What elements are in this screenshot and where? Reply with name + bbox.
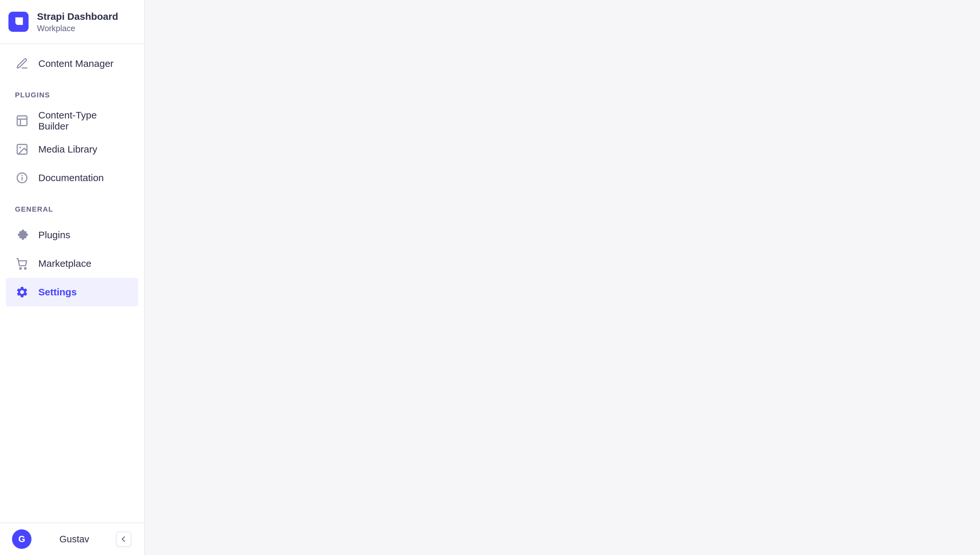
layout-icon (16, 114, 29, 127)
nav-item-plugins[interactable]: Plugins (6, 221, 138, 249)
image-icon (16, 143, 29, 156)
nav-section-general: GENERAL (0, 205, 144, 213)
main-sidebar: Strapi Dashboard Workplace Content Manag… (0, 0, 145, 555)
workspace-switcher[interactable]: Strapi Dashboard Workplace (0, 0, 144, 44)
gear-icon (16, 286, 29, 298)
nav-item-settings[interactable]: Settings (6, 278, 138, 306)
nav-item-label: Documentation (38, 172, 104, 183)
nav-item-content-type-builder[interactable]: Content-Type Builder (6, 106, 138, 135)
nav-item-label: Content-Type Builder (38, 110, 128, 132)
collapse-sidebar-button[interactable] (116, 532, 131, 547)
nav-item-label: Media Library (38, 144, 97, 155)
edit-icon (16, 57, 29, 70)
nav-item-content-manager[interactable]: Content Manager (6, 49, 138, 78)
app-root: Strapi Dashboard Workplace Content Manag… (0, 0, 548, 555)
main-nav-list: Content Manager PLUGINS Content-Type Bui… (0, 44, 144, 306)
info-icon (16, 172, 29, 184)
nav-item-label: Settings (38, 287, 77, 298)
chevron-left-icon (119, 535, 128, 543)
cart-icon (16, 257, 29, 270)
strapi-logo-icon (8, 12, 29, 32)
nav-item-label: Marketplace (38, 258, 91, 269)
workspace-subtitle: Workplace (37, 24, 118, 33)
avatar[interactable]: G (12, 529, 32, 549)
puzzle-icon (16, 228, 29, 241)
nav-item-marketplace[interactable]: Marketplace (6, 249, 138, 278)
nav-item-label: Content Manager (38, 58, 114, 69)
brand-text: Strapi Dashboard Workplace (37, 11, 118, 33)
user-name: Gustav (59, 534, 116, 545)
workspace-title: Strapi Dashboard (37, 11, 118, 22)
nav-item-media-library[interactable]: Media Library (6, 135, 138, 164)
nav-section-plugins: PLUGINS (0, 91, 144, 99)
user-area: G Gustav (0, 523, 144, 555)
nav-item-documentation[interactable]: Documentation (6, 164, 138, 192)
nav-item-label: Plugins (38, 229, 70, 241)
